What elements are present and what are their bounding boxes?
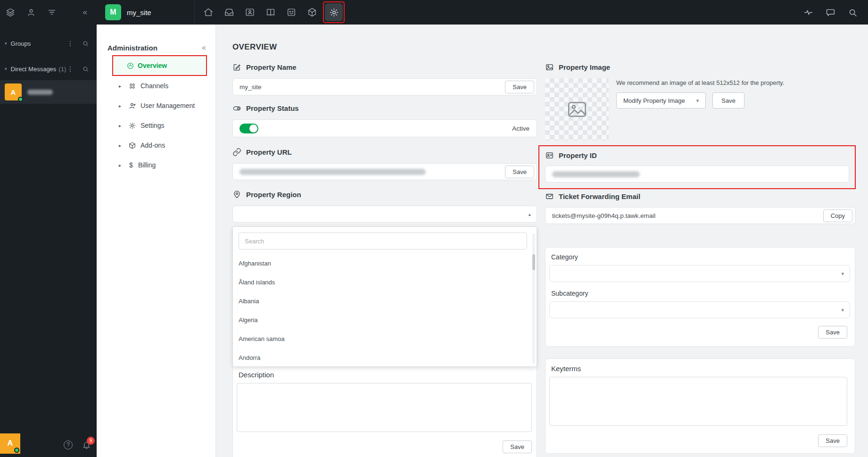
chat-bubble-icon[interactable] — [826, 8, 835, 17]
property-region-select[interactable]: ▴ — [232, 206, 537, 223]
redacted-property-id[interactable] — [552, 171, 640, 177]
list-item[interactable]: Åland islands — [235, 273, 531, 291]
subcategory-label: Subcategory — [549, 290, 847, 297]
expand-caret-icon[interactable]: ▸ — [119, 163, 124, 168]
section-label: Property URL — [246, 148, 292, 156]
list-item[interactable]: Andorra — [235, 348, 531, 367]
property-image-header: Property Image — [545, 62, 855, 72]
rail-collapse-icon[interactable]: « — [83, 8, 87, 17]
contacts-icon[interactable] — [26, 8, 36, 17]
save-button[interactable]: Save — [505, 166, 534, 178]
direct-messages-row[interactable]: ▾ Direct Messages (1) ⋮ — [0, 63, 97, 75]
property-status-header: Property Status — [232, 103, 537, 113]
knowledge-base-icon[interactable] — [265, 7, 276, 17]
keyterms-textarea[interactable] — [549, 377, 847, 426]
channels-icon — [128, 82, 136, 90]
expand-caret-icon[interactable]: ▸ — [119, 83, 124, 89]
save-button[interactable]: Save — [712, 92, 744, 108]
activity-icon[interactable] — [803, 8, 813, 17]
ticket-email-value[interactable]: tickets@mysite-g09h4q.p.tawk.email — [552, 212, 655, 219]
section-label: Property Status — [246, 104, 299, 112]
list-item[interactable]: Afghanistan — [235, 254, 531, 273]
search-icon[interactable] — [848, 8, 858, 17]
category-card: Category ▾ Subcategory ▾ Save — [545, 247, 855, 347]
avatar-letter: A — [7, 439, 13, 448]
filter-icon[interactable] — [47, 8, 57, 17]
modify-property-image-dropdown[interactable]: Modify Property Image ▾ — [616, 92, 706, 108]
list-item[interactable]: Albania — [235, 291, 531, 310]
status-text: Active — [512, 125, 534, 132]
caret-down-icon[interactable]: ▾ — [5, 66, 7, 71]
groups-search-icon[interactable] — [82, 40, 89, 47]
left-column: Property Name my_site Save Property Stat… — [232, 62, 537, 457]
right-column: Property Image We recommend an image of … — [545, 62, 855, 454]
expand-caret-icon[interactable]: ▸ — [119, 143, 124, 148]
category-select[interactable]: ▾ — [549, 265, 850, 282]
copy-button[interactable]: Copy — [823, 209, 852, 222]
property-name-value[interactable]: my_site — [240, 83, 262, 91]
list-item[interactable]: Algeria — [235, 310, 531, 329]
direct-messages-label: Direct Messages — [11, 66, 57, 73]
property-brand[interactable]: M my_site — [97, 0, 195, 25]
rail-top-icons: « — [0, 0, 97, 17]
list-item[interactable]: American samoa — [235, 329, 531, 348]
property-status-field: Active — [232, 119, 537, 137]
sidebar-item-billing[interactable]: ▸ $ Billing — [97, 155, 215, 175]
property-region-header: Property Region — [232, 189, 537, 199]
ticket-email-header: Ticket Forwarding Email — [545, 191, 855, 201]
sidebar-item-add-ons[interactable]: ▸ Add-ons — [97, 135, 215, 155]
layers-icon[interactable] — [6, 8, 15, 17]
caret-down-icon[interactable]: ▾ — [5, 41, 7, 46]
save-button[interactable]: Save — [505, 81, 534, 93]
toggle-knob — [249, 125, 257, 133]
ticket-email-icon — [545, 192, 554, 201]
user-management-icon — [128, 102, 136, 110]
chevron-down-icon: ▾ — [841, 307, 844, 313]
link-icon — [232, 148, 241, 157]
section-label: Ticket Forwarding Email — [559, 192, 640, 200]
property-name-label: my_site — [127, 8, 151, 17]
subcategory-select[interactable]: ▾ — [549, 301, 850, 318]
expand-caret-icon[interactable]: ▸ — [119, 123, 124, 128]
notifications-button[interactable]: 9 — [82, 440, 91, 449]
user-avatar[interactable]: A — [0, 433, 20, 454]
sidebar-item-channels[interactable]: ▸ Channels — [97, 76, 215, 96]
apps-package-icon[interactable] — [307, 7, 317, 17]
notification-badge: 9 — [87, 437, 95, 445]
dm-conversation-item[interactable]: A — [0, 80, 97, 104]
region-search-input[interactable] — [239, 233, 527, 249]
home-icon[interactable] — [203, 7, 214, 17]
id-card-icon — [545, 151, 554, 160]
dm-search-icon[interactable] — [82, 66, 89, 73]
groups-row[interactable]: ▾ Groups ⋮ — [0, 38, 97, 49]
toggle-icon — [232, 104, 241, 113]
map-pin-icon — [232, 190, 241, 199]
section-label: Property Image — [559, 63, 610, 71]
scrollbar-track[interactable] — [532, 233, 535, 364]
save-button[interactable]: Save — [818, 326, 847, 339]
description-card: Description Save — [232, 367, 537, 457]
redacted-url-value[interactable] — [240, 169, 426, 175]
help-icon[interactable]: ? — [64, 440, 73, 449]
contacts-card-icon[interactable] — [245, 7, 255, 17]
inbox-icon[interactable] — [224, 7, 234, 17]
sidebar-item-user-management[interactable]: ▸ User Management — [97, 96, 215, 116]
dm-kebab-icon[interactable]: ⋮ — [67, 65, 74, 73]
sidebar-item-overview[interactable]: Overview — [112, 55, 207, 76]
expand-caret-icon[interactable]: ▸ — [119, 103, 124, 108]
save-button[interactable]: Save — [503, 440, 532, 453]
property-url-header: Property URL — [232, 147, 537, 157]
status-toggle[interactable] — [240, 124, 258, 133]
groups-kebab-icon[interactable]: ⋮ — [67, 40, 74, 47]
description-textarea[interactable] — [237, 383, 532, 432]
save-button[interactable]: Save — [818, 434, 847, 447]
sidebar-collapse-icon[interactable]: « — [202, 43, 206, 52]
edit-icon — [232, 63, 241, 72]
chatbot-icon[interactable] — [286, 7, 297, 17]
settings-nav-button[interactable] — [325, 3, 343, 21]
scrollbar-thumb[interactable] — [532, 254, 535, 270]
keyterms-card: Keyterms Save — [545, 358, 855, 454]
description-label: Description — [237, 371, 532, 379]
sidebar-item-settings[interactable]: ▸ Settings — [97, 116, 215, 135]
dropdown-label: Modify Property Image — [623, 97, 685, 104]
